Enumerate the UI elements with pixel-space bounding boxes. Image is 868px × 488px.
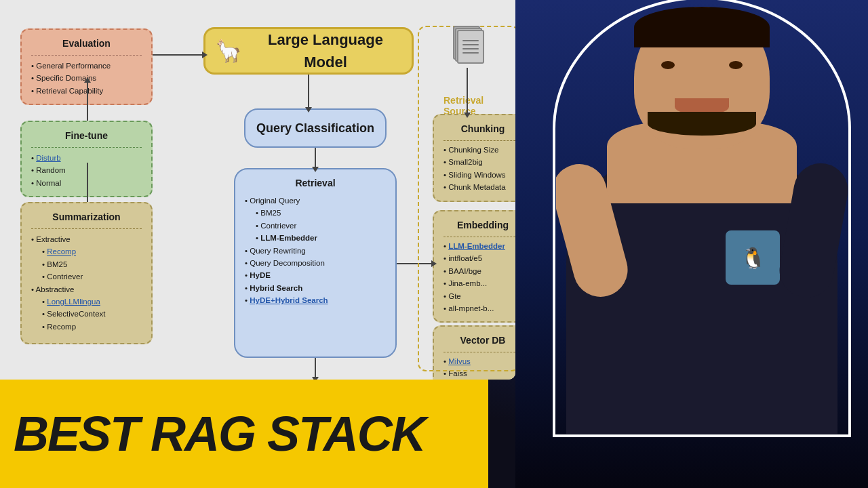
eye-left: [661, 61, 675, 69]
face: [634, 7, 770, 149]
retrieval-item-1: BM25: [245, 207, 386, 219]
arrow-eval-to-llm: [153, 54, 203, 56]
summ-bm25: BM25: [31, 258, 142, 270]
diagram-area: Evaluation General Performance Specific …: [0, 0, 515, 380]
retrieval-item-4: Query Rewriting: [245, 245, 386, 257]
summ-recomp-1[interactable]: Recomp: [47, 247, 76, 256]
retrieval-item-8[interactable]: HyDE+Hybrid Search: [250, 296, 328, 304]
eval-item-1: General Performance: [31, 60, 142, 72]
retrieval-item-6: HyDE: [250, 271, 271, 279]
summarization-list: Extractive Recomp BM25 Contriever Abstra…: [31, 233, 142, 333]
query-classification-title: Query Classification: [256, 119, 374, 138]
shirt-graphic: 🐧: [726, 230, 780, 285]
summ-extractive-label: Extractive: [31, 233, 142, 245]
summ-selective: SelectiveContext: [31, 308, 142, 320]
retrieval-title: Retrieval: [245, 176, 386, 190]
arrow-llm-to-query: [308, 75, 309, 108]
retrieval-item-3: LLM-Embedder: [260, 234, 317, 242]
retrieval-item-2: Contriever: [245, 220, 386, 232]
summarization-box: Summarization Extractive Recomp BM25 Con…: [20, 202, 153, 344]
summarization-title: Summarization: [31, 210, 142, 224]
document-icon: [453, 26, 487, 66]
retrieval-item-7: Hybrid Search: [250, 284, 302, 292]
diagram-content: Evaluation General Performance Specific …: [14, 14, 502, 366]
arrow-summ-line: [87, 163, 88, 202]
query-classification-box: Query Classification: [244, 108, 387, 148]
bottom-banner: BEST RAG STACK: [0, 380, 488, 488]
retrieval-item-5: Query Decomposition: [245, 257, 386, 269]
retrieval-list: Original Query BM25 Contriever LLM-Embed…: [245, 195, 386, 307]
summ-recomp-2: Recomp: [31, 321, 142, 333]
summ-longllm[interactable]: LongLLMlingua: [47, 298, 100, 306]
finetune-item-1[interactable]: Disturb: [36, 154, 60, 162]
hair-top: [634, 7, 770, 47]
summ-contriever: Contriever: [31, 270, 142, 283]
beard: [648, 112, 756, 136]
llm-title: Large Language Model: [249, 28, 402, 73]
arrow-retrieval-down: [315, 358, 316, 378]
llama-icon: 🦙: [215, 35, 242, 67]
arrow-query-to-retrieval: [315, 148, 316, 168]
retrieval-item-0: Original Query: [245, 195, 386, 207]
arrow-finetune-to-llm: [87, 81, 88, 121]
llm-box: 🦙 Large Language Model: [203, 27, 414, 75]
banner-text: BEST RAG STACK: [14, 409, 425, 458]
person-silhouette: 🐧: [556, 0, 848, 434]
eye-right: [729, 61, 743, 69]
retrieval-source-border: [418, 26, 515, 371]
person-area: 🐧: [515, 0, 868, 488]
summ-abstractive-label: Abstractive: [31, 283, 142, 296]
finetune-title: Fine-tune: [31, 129, 142, 143]
evaluation-title: Evaluation: [31, 37, 142, 51]
retrieval-box: Retrieval Original Query BM25 Contriever…: [234, 168, 397, 358]
